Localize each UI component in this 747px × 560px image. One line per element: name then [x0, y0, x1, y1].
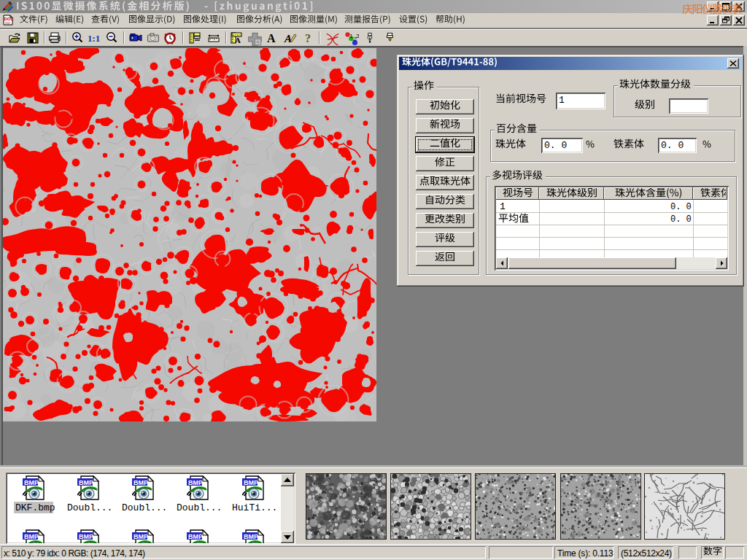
svg-text:BMP: BMP: [133, 479, 148, 486]
svg-text:A: A: [235, 36, 241, 44]
svg-text:BMP: BMP: [24, 533, 39, 540]
svg-text:BMP: BMP: [188, 533, 203, 540]
svg-text:BMP: BMP: [133, 533, 148, 540]
svg-text:A: A: [284, 33, 292, 44]
svg-text:?: ?: [305, 32, 311, 44]
svg-text:BMP: BMP: [244, 533, 258, 540]
svg-text:BMP: BMP: [24, 479, 39, 486]
svg-text:1:1: 1:1: [88, 33, 100, 44]
svg-text:A: A: [267, 32, 276, 44]
svg-text:BMP: BMP: [188, 479, 203, 486]
svg-text:BMP: BMP: [79, 533, 93, 540]
svg-text:3: 3: [356, 33, 359, 39]
svg-text:BMP: BMP: [79, 479, 93, 486]
svg-text:DOC: DOC: [4, 17, 15, 21]
svg-text:1: 1: [349, 33, 352, 39]
svg-text:BMP: BMP: [244, 479, 258, 486]
